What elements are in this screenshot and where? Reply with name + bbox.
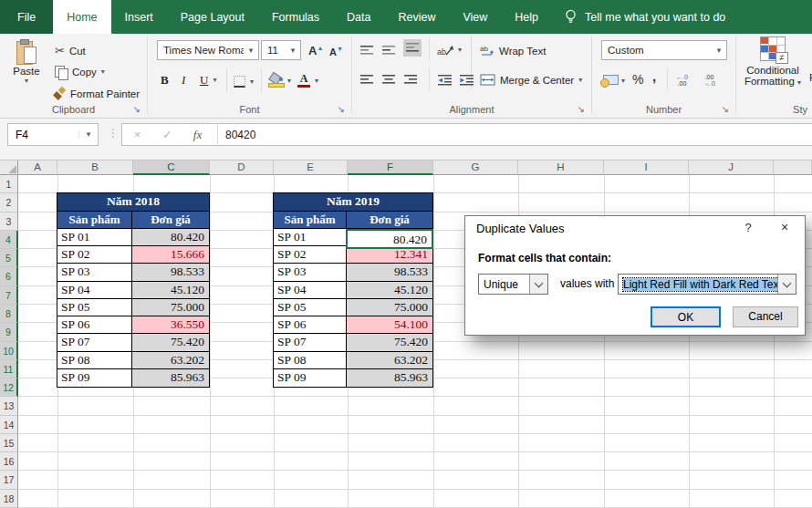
table-col-header[interactable]: Sản phẩm — [57, 212, 132, 228]
formula-enter-button[interactable]: ✓ — [152, 128, 182, 141]
copy-dropdown-arrow[interactable]: ▾ — [101, 67, 105, 76]
column-header-H[interactable]: H — [518, 161, 604, 175]
number-dialog-launcher[interactable]: ↘ — [722, 104, 729, 114]
format-dropdown-arrow[interactable] — [777, 275, 796, 294]
tab-help[interactable]: Help — [501, 0, 552, 34]
row-header-8[interactable]: 8 — [0, 305, 18, 323]
tab-data[interactable]: Data — [333, 0, 384, 34]
dialog-close-button[interactable]: × — [774, 220, 796, 237]
product-cell[interactable]: SP 08 — [274, 352, 347, 368]
product-cell[interactable]: SP 03 — [57, 264, 132, 280]
align-middle-button[interactable] — [381, 41, 396, 60]
select-all-corner[interactable] — [0, 161, 18, 175]
number-format-dropdown-arrow[interactable]: ▾ — [712, 46, 726, 55]
row-header-2[interactable]: 2 — [0, 193, 18, 212]
product-cell[interactable]: SP 09 — [274, 369, 347, 387]
ok-button[interactable]: OK — [651, 306, 721, 327]
value-cell[interactable]: 98.533 — [132, 264, 209, 280]
table-col-header[interactable]: Đơn giá — [132, 212, 209, 228]
value-cell[interactable]: 98.533 — [347, 264, 432, 280]
table-title[interactable]: Năm 2018 — [57, 193, 209, 210]
name-box[interactable]: F4 ▼ — [7, 123, 99, 146]
product-cell[interactable]: SP 01 — [57, 229, 132, 245]
row-header-18[interactable]: 18 — [0, 490, 18, 508]
fill-color-button[interactable]: ▾ — [268, 71, 291, 90]
tab-review[interactable]: Review — [384, 0, 449, 34]
column-header-J[interactable]: J — [689, 161, 774, 175]
conditional-formatting-button[interactable]: ≠ Conditional Formatting ▾ — [740, 36, 806, 87]
row-header-4[interactable]: 4 — [0, 231, 18, 249]
shrink-font-button[interactable]: A▼ — [329, 42, 343, 61]
underline-button[interactable]: U▾ — [200, 70, 216, 89]
value-cell[interactable]: 85.963 — [347, 369, 432, 387]
value-cell[interactable]: 85.963 — [132, 369, 209, 387]
active-cell-F4[interactable]: 80.420 — [346, 229, 433, 249]
row-header-6[interactable]: 6 — [0, 267, 18, 285]
row-header-9[interactable]: 9 — [0, 323, 18, 341]
tab-insert[interactable]: Insert — [111, 0, 167, 34]
row-header-10[interactable]: 10 — [0, 342, 18, 360]
grow-font-button[interactable]: A▲ — [308, 41, 323, 60]
value-cell[interactable]: 75.420 — [132, 334, 209, 350]
tell-me-label[interactable]: Tell me what you want to do — [585, 11, 725, 24]
number-format-combo[interactable]: Custom ▾ — [601, 40, 727, 60]
condition-select[interactable]: Unique — [478, 274, 548, 295]
formula-bar-grip[interactable]: ⋮ — [108, 127, 119, 140]
value-cell[interactable]: 45.120 — [347, 282, 432, 298]
row-header-17[interactable]: 17 — [0, 471, 18, 489]
product-cell[interactable]: SP 07 — [57, 334, 132, 350]
cut-button[interactable]: ✂ Cut — [55, 41, 86, 60]
value-cell[interactable]: 63.202 — [132, 352, 209, 368]
name-box-dropdown-arrow[interactable]: ▼ — [78, 130, 98, 139]
wrap-text-button[interactable]: ab Wrap Text — [480, 41, 546, 60]
row-header-1[interactable]: 1 — [0, 175, 18, 193]
table-col-header[interactable]: Đơn giá — [347, 212, 432, 228]
align-right-button[interactable] — [403, 70, 418, 89]
column-header-C[interactable]: C — [133, 161, 210, 175]
table-title[interactable]: Năm 2019 — [274, 193, 432, 210]
value-cell[interactable]: 15.666 — [132, 246, 209, 263]
product-cell[interactable]: SP 03 — [274, 264, 347, 280]
bold-button[interactable]: B — [161, 70, 169, 89]
cancel-button[interactable]: Cancel — [733, 306, 798, 327]
product-cell[interactable]: SP 07 — [274, 334, 347, 350]
row-header-5[interactable]: 5 — [0, 249, 18, 267]
table-col-header[interactable]: Sản phẩm — [274, 212, 347, 228]
column-header-B[interactable]: B — [57, 161, 133, 175]
row-header-13[interactable]: 13 — [0, 397, 18, 415]
column-header-A[interactable]: A — [18, 161, 57, 175]
product-cell[interactable]: SP 02 — [57, 246, 132, 263]
borders-button[interactable]: ▾ — [234, 72, 254, 91]
tab-view[interactable]: View — [449, 0, 501, 34]
row-header-3[interactable]: 3 — [0, 213, 18, 231]
column-header-G[interactable]: G — [433, 161, 518, 175]
tab-file[interactable]: File — [0, 0, 53, 34]
formula-cancel-button[interactable]: × — [122, 128, 152, 141]
product-cell[interactable]: SP 05 — [57, 299, 132, 316]
accounting-format-button[interactable]: ▾ — [600, 71, 625, 90]
product-cell[interactable]: SP 04 — [274, 282, 347, 298]
column-header-D[interactable]: D — [210, 161, 274, 175]
tab-formulas[interactable]: Formulas — [258, 0, 333, 34]
row-header-15[interactable]: 15 — [0, 434, 18, 452]
product-cell[interactable]: SP 06 — [274, 316, 347, 333]
orientation-button[interactable]: ab ▾ — [437, 40, 462, 59]
row-header-7[interactable]: 7 — [0, 286, 18, 305]
font-name-dropdown-arrow[interactable]: ▾ — [244, 46, 258, 55]
row-header-11[interactable]: 11 — [0, 360, 18, 378]
value-cell[interactable]: 45.120 — [132, 282, 209, 298]
alignment-dialog-launcher[interactable]: ↘ — [578, 104, 585, 114]
value-cell[interactable]: 36.550 — [132, 316, 209, 333]
product-cell[interactable]: SP 08 — [57, 352, 132, 368]
product-cell[interactable]: SP 09 — [57, 369, 132, 387]
dialog-help-button[interactable]: ? — [739, 221, 757, 237]
decrease-decimal-button[interactable]: .00→.0 — [703, 70, 715, 89]
align-left-button[interactable] — [359, 70, 374, 89]
copy-button[interactable]: Copy ▾ — [55, 62, 105, 81]
font-color-button[interactable]: A▾ — [297, 71, 318, 90]
column-header-I[interactable]: I — [604, 161, 689, 175]
row-header-16[interactable]: 16 — [0, 452, 18, 471]
tell-me-box[interactable]: Tell me what you want to do — [565, 0, 725, 34]
paste-dropdown-arrow[interactable]: ▾ — [5, 77, 47, 85]
column-header-F[interactable]: F — [348, 161, 433, 175]
